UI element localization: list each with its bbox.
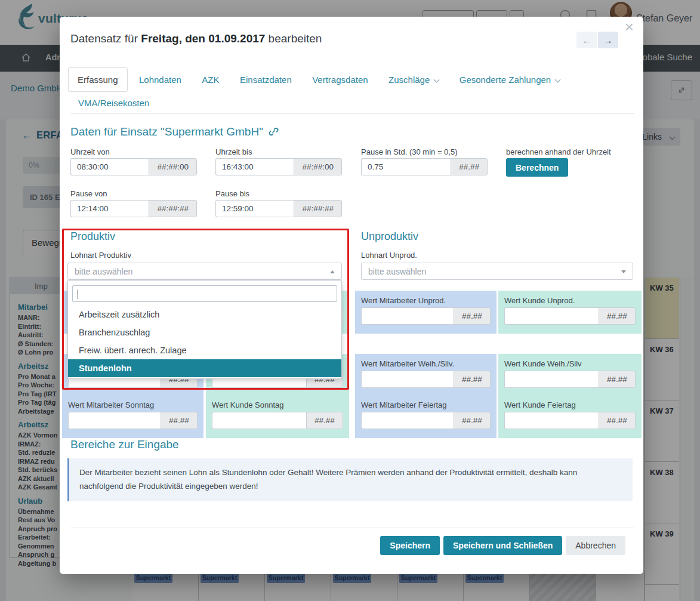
text-cursor bbox=[78, 289, 78, 299]
edit-record-modal: Datensatz für Freitag, den 01.09.2017 be… bbox=[60, 17, 643, 574]
wert-mitarbeiter-feiertag-panel: Wert Mitarbeiter Feiertag ##.## bbox=[355, 395, 497, 438]
wert-kunde-sonntag-input[interactable] bbox=[212, 412, 306, 429]
uhrzeit-bis-input[interactable] bbox=[215, 158, 294, 175]
next-record-button[interactable]: → bbox=[598, 32, 618, 48]
label-uhrzeit-von: Uhrzeit von bbox=[70, 147, 110, 156]
field-uhrzeit-bis: ##:##:00 bbox=[215, 158, 342, 175]
label-pause-std: Pause in Std. (30 min = 0,5) bbox=[361, 147, 458, 156]
modal-tab[interactable]: AZK bbox=[193, 68, 228, 91]
wert-mitarbeiter-weih-panel: Wert Mitarbeiter Weih./Silv. ##.## bbox=[355, 354, 497, 397]
wert-kunde-unprod-panel: Wert Kunde Unprod. ##.## bbox=[498, 291, 642, 334]
footer-buttons: Speichern Speichern und Schließen Abbrec… bbox=[380, 536, 625, 555]
label-uhrzeit-bis: Uhrzeit bis bbox=[215, 147, 252, 156]
wert-mitarbeiter-unprod-input[interactable] bbox=[361, 307, 454, 325]
dropdown-option[interactable]: Freiw. übert. anrech. Zulage bbox=[72, 341, 337, 359]
wert-mitarbeiter-sonntag-input[interactable] bbox=[68, 412, 161, 429]
wert-mitarbeiter-weih-input[interactable] bbox=[361, 371, 454, 388]
wert-mitarbeiter-feiertag-input[interactable] bbox=[361, 412, 454, 429]
dropdown-option[interactable]: Arbeitszeit zusätzlich bbox=[72, 306, 337, 323]
uhrzeit-von-input[interactable] bbox=[70, 158, 149, 175]
field-pause-von: ##:##:## bbox=[70, 200, 197, 217]
wert-kunde-weih-input[interactable] bbox=[504, 371, 599, 388]
modal-title: Datensatz für Freitag, den 01.09.2017 be… bbox=[70, 32, 322, 45]
field-pause-bis: ##:##:## bbox=[215, 200, 342, 217]
modal-tab[interactable]: Einsatzdaten bbox=[231, 68, 301, 91]
unproduktiv-heading: Unproduktiv bbox=[361, 230, 418, 243]
previous-record-button[interactable]: ← bbox=[576, 32, 597, 48]
label-lohnart-unprod: Lohnart Unprod. bbox=[361, 251, 417, 260]
label-berechnen: berechnen anhand der Uhrzeit bbox=[506, 147, 611, 156]
bereiche-heading: Bereiche zur Eingabe bbox=[70, 438, 179, 451]
chevron-up-icon bbox=[330, 270, 335, 273]
pause-bis-input[interactable] bbox=[215, 200, 294, 217]
pause-std-input[interactable] bbox=[361, 158, 451, 175]
modal-tab[interactable]: Erfassung bbox=[68, 67, 128, 92]
label-lohnart-produktiv: Lohnart Produktiv bbox=[70, 251, 131, 260]
modal-title-date: Freitag, den 01.09.2017 bbox=[141, 32, 265, 45]
wert-kunde-feiertag-input[interactable] bbox=[504, 412, 599, 429]
wert-kunde-unprod-input[interactable] bbox=[504, 307, 599, 325]
pause-std-format: ##.## bbox=[451, 158, 488, 175]
wert-kunde-weih-panel: Wert Kunde Weih./Silv ##.## bbox=[498, 354, 642, 397]
pause-bis-format: ##:##:## bbox=[294, 200, 342, 217]
label-pause-von: Pause von bbox=[70, 189, 107, 198]
wert-mitarbeiter-sonntag-panel: Wert Mitarbeiter Sonntag ##.## bbox=[62, 395, 203, 438]
link-icon[interactable] bbox=[269, 127, 279, 137]
uhrzeit-von-format: ##:##:00 bbox=[149, 158, 197, 175]
tab-vma-reisekosten[interactable]: VMA/Reisekosten bbox=[78, 98, 149, 108]
wert-kunde-sonntag-panel: Wert Kunde Sonntag ##.## bbox=[206, 395, 349, 438]
wert-mitarbeiter-unprod-panel: Wert Mitarbeiter Unprod. ##.## bbox=[355, 291, 497, 334]
chevron-down-icon bbox=[434, 77, 440, 83]
pause-von-input[interactable] bbox=[70, 200, 149, 217]
chevron-down-icon bbox=[621, 270, 626, 273]
modal-tabs: Erfassung Lohndaten AZK Einsatzdaten Ver… bbox=[68, 67, 569, 92]
lohnart-produktiv-select[interactable]: bitte auswählen bbox=[67, 263, 342, 280]
modal-tab[interactable]: Vertragsdaten bbox=[303, 68, 377, 91]
lohnart-produktiv-dropdown: Arbeitszeit zusätzlichBranchenzuschlagFr… bbox=[67, 281, 342, 379]
produktiv-heading: Produktiv bbox=[70, 230, 115, 243]
field-uhrzeit-von: ##:##:00 bbox=[70, 158, 197, 175]
modal-tab[interactable]: Gesonderte Zahlungen bbox=[451, 68, 569, 91]
tabs-divider bbox=[70, 113, 634, 114]
speichern-button[interactable]: Speichern bbox=[380, 536, 440, 555]
dropdown-option[interactable]: Branchenzuschlag bbox=[72, 323, 337, 341]
footer-divider bbox=[70, 528, 634, 528]
wert-kunde-feiertag-panel: Wert Kunde Feiertag ##.## bbox=[498, 395, 642, 438]
dropdown-search-input[interactable] bbox=[72, 285, 337, 302]
lohnart-unprod-select[interactable]: bitte auswählen bbox=[361, 263, 633, 280]
field-pause-std: ##.## bbox=[361, 158, 488, 175]
dropdown-options: Arbeitszeit zusätzlichBranchenzuschlagFr… bbox=[72, 306, 337, 377]
close-icon[interactable]: × bbox=[625, 19, 634, 35]
dropdown-option[interactable]: Stundenlohn bbox=[68, 359, 341, 377]
abbrechen-button[interactable]: Abbrechen bbox=[566, 536, 625, 555]
modal-tab[interactable]: Lohndaten bbox=[130, 68, 190, 91]
section-title-einsatz: Daten für Einsatz "Supermarkt GmbH" bbox=[70, 125, 279, 138]
uhrzeit-bis-format: ##:##:00 bbox=[294, 158, 342, 175]
label-pause-bis: Pause bis bbox=[215, 189, 249, 198]
modal-tab[interactable]: Zuschläge bbox=[380, 68, 448, 91]
speichern-schliessen-button[interactable]: Speichern und Schließen bbox=[443, 536, 562, 555]
chevron-down-icon bbox=[555, 77, 561, 83]
info-box: Der Mitarbeiter bezieht seinen Lohn als … bbox=[67, 458, 633, 501]
berechnen-button[interactable]: Berechnen bbox=[506, 158, 568, 177]
pause-von-format: ##:##:## bbox=[149, 200, 197, 217]
